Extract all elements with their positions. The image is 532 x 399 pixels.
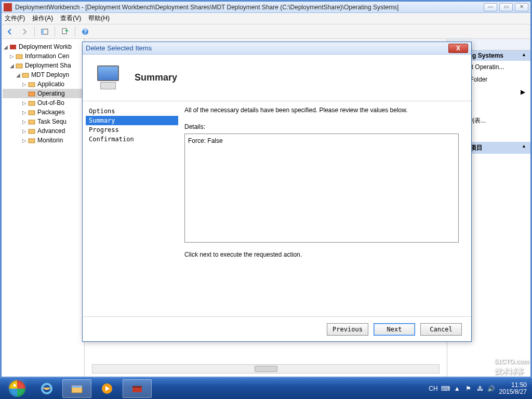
taskbar-media-player[interactable] [92,379,122,398]
tree-root[interactable]: ◢Deployment Workb [3,42,83,51]
svg-rect-15 [29,139,35,143]
tree-advanced[interactable]: ▷Advanced [3,126,83,136]
wizard-title: Delete Selected Items [86,44,448,52]
wizard-step-options[interactable]: Options [86,107,178,116]
windows-orb-icon [9,380,25,397]
wizard-step-title: Summary [135,72,177,83]
svg-rect-5 [10,45,16,49]
toolbar: ? [2,24,530,39]
menu-help[interactable]: 帮助(H) [88,14,110,23]
svg-rect-11 [29,101,35,105]
details-box[interactable]: Force: False [184,134,459,243]
computer-icon [95,63,124,92]
help-button[interactable]: ? [79,26,91,37]
wizard-titlebar[interactable]: Delete Selected Items X [83,42,471,55]
svg-rect-7 [16,64,22,68]
system-tray: CH ⌨ ▲ ⚑ 🖧 🔊 11:50 2015/8/27 [429,382,529,395]
tree-operating-systems[interactable]: Operating [3,89,83,98]
wizard-hint: Click next to execute the requested acti… [184,251,459,258]
next-button[interactable]: Next [374,323,415,336]
minimize-button[interactable]: — [484,3,497,11]
tree-task-sequences[interactable]: ▷Task Sequ [3,117,83,126]
taskbar-explorer[interactable] [62,379,91,398]
wizard-close-button[interactable]: X [448,44,468,53]
taskbar-ie[interactable] [32,379,61,398]
wizard-button-bar: Previous Next Cancel [83,316,471,341]
horizontal-scrollbar[interactable] [92,364,440,374]
wizard-content: All of the necessary details have been s… [181,101,471,316]
svg-rect-6 [16,55,22,59]
svg-rect-14 [29,129,35,134]
maximize-button[interactable]: ▭ [499,3,513,11]
start-button[interactable] [3,379,31,398]
close-button[interactable]: ✕ [515,3,528,11]
menu-action[interactable]: 操作(A) [32,14,53,23]
action-center-icon[interactable]: ⚑ [465,385,472,392]
svg-rect-22 [132,386,142,388]
keyboard-icon[interactable]: ⌨ [442,385,449,392]
svg-rect-2 [62,29,66,34]
svg-rect-8 [22,73,29,77]
svg-rect-21 [132,387,142,392]
wizard-step-confirmation[interactable]: Confirmation [86,135,178,144]
ime-indicator[interactable]: CH [429,385,437,392]
forward-button[interactable] [18,26,31,37]
svg-rect-12 [29,111,35,115]
app-icon [4,3,12,11]
tree-applications[interactable]: ▷Applicatio [3,79,83,89]
window-title: DeploymentWorkbench - [Deployment Workbe… [15,4,484,11]
export-button[interactable] [59,26,71,37]
tree-out-of-box[interactable]: ▷Out-of-Bo [3,98,83,108]
wizard-instruction: All of the necessary details have been s… [184,107,459,114]
tree-mdt-share[interactable]: ◢MDT Deployn [3,70,83,79]
network-icon[interactable]: 🖧 [476,385,484,392]
svg-rect-18 [72,385,82,388]
volume-icon[interactable]: 🔊 [488,385,495,392]
tree-monitoring[interactable]: ▷Monitorin [3,136,83,145]
wizard-step-progress[interactable]: Progress [86,125,178,135]
cancel-button[interactable]: Cancel [420,323,462,336]
tray-up-icon[interactable]: ▲ [454,385,461,392]
tree-information-center[interactable]: ▷Information Cen [3,51,83,61]
details-label: Details: [184,123,459,130]
svg-rect-10 [29,92,35,96]
menu-view[interactable]: 查看(V) [60,14,81,23]
taskbar-deployment-workbench[interactable] [123,379,152,398]
svg-rect-13 [29,120,35,124]
svg-text:?: ? [83,28,87,35]
menu-file[interactable]: 文件(F) [5,14,25,23]
wizard-dialog: Delete Selected Items X Summary Options … [82,42,472,342]
tree-packages[interactable]: ▷Packages [3,108,83,117]
wizard-step-summary[interactable]: Summary [86,116,178,125]
wizard-nav: Options Summary Progress Confirmation [83,101,181,316]
tree-pane[interactable]: ◢Deployment Workb ▷Information Cen ◢Depl… [2,39,85,377]
taskbar: CH ⌨ ▲ ⚑ 🖧 🔊 11:50 2015/8/27 [0,378,532,399]
wizard-header: Summary [83,55,471,101]
mmc-titlebar: DeploymentWorkbench - [Deployment Workbe… [2,2,530,13]
show-hide-button[interactable] [38,26,51,37]
menu-bar: 文件(F) 操作(A) 查看(V) 帮助(H) [2,13,530,24]
svg-rect-1 [42,29,44,34]
svg-rect-9 [29,83,35,87]
tree-deployment-shares[interactable]: ◢Deployment Sha [3,61,83,70]
previous-button[interactable]: Previous [327,323,368,336]
clock[interactable]: 11:50 2015/8/27 [499,382,527,395]
back-button[interactable] [4,26,16,37]
